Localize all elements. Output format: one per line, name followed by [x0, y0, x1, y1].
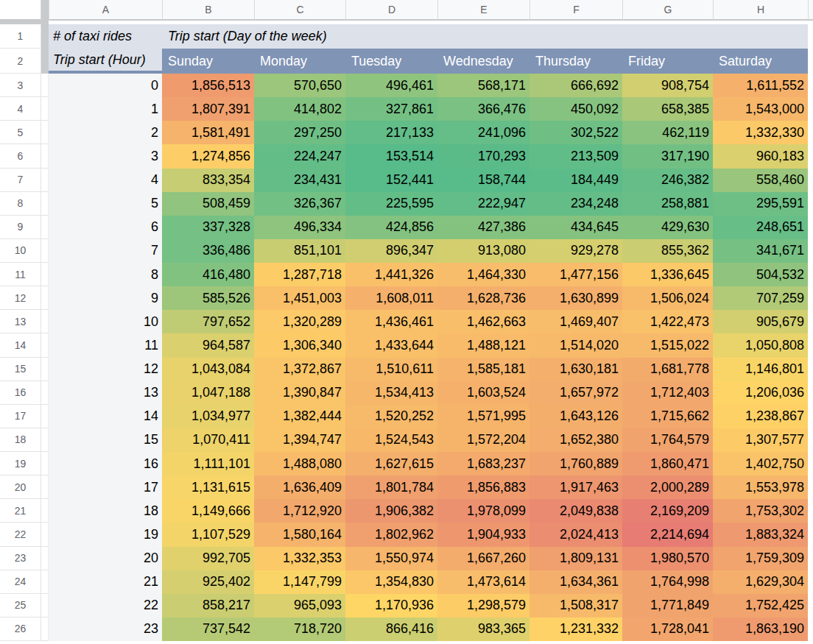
column-letter-d[interactable]: D — [345, 0, 437, 21]
hour-cell[interactable]: 19 — [49, 523, 162, 546]
grid-cell[interactable]: 234,431 — [254, 169, 345, 192]
grid-cell[interactable]: 658,385 — [622, 97, 713, 121]
grid-cell[interactable]: 1,681,778 — [622, 358, 713, 381]
row-number[interactable]: 5 — [0, 121, 41, 144]
grid-cell[interactable]: 1,306,340 — [254, 333, 345, 357]
hour-cell[interactable]: 17 — [49, 475, 162, 499]
hour-cell[interactable]: 23 — [49, 618, 162, 641]
grid-cell[interactable]: 851,101 — [254, 239, 345, 263]
grid-cell[interactable]: 1,462,663 — [437, 310, 529, 333]
row-number[interactable]: 15 — [0, 358, 41, 381]
grid-cell[interactable]: 366,476 — [437, 97, 529, 121]
grid-cell[interactable]: 1,111,101 — [162, 452, 254, 475]
grid-cell[interactable]: 964,587 — [162, 333, 254, 357]
grid-cell[interactable]: 2,214,694 — [622, 523, 713, 546]
grid-cell[interactable]: 1,572,204 — [437, 428, 529, 452]
grid-cell[interactable]: 217,133 — [345, 121, 437, 144]
grid-cell[interactable]: 833,354 — [162, 169, 254, 192]
grid-cell[interactable]: 1,715,662 — [622, 405, 713, 428]
grid-cell[interactable]: 1,636,409 — [254, 475, 345, 499]
row-number[interactable]: 23 — [0, 547, 41, 570]
grid-cell[interactable]: 1,856,513 — [162, 74, 254, 97]
grid-cell[interactable]: 462,119 — [622, 121, 713, 144]
column-letter-a[interactable]: A — [49, 0, 162, 21]
grid-cell[interactable]: 1,520,252 — [345, 405, 437, 428]
grid-cell[interactable]: 414,802 — [254, 97, 345, 121]
hour-cell[interactable]: 18 — [49, 499, 162, 523]
grid-cell[interactable]: 317,190 — [622, 144, 713, 168]
row-number[interactable]: 12 — [0, 286, 41, 310]
grid-cell[interactable]: 1,390,847 — [254, 381, 345, 405]
hour-cell[interactable]: 16 — [49, 452, 162, 475]
grid-cell[interactable]: 1,863,190 — [713, 618, 808, 641]
grid-cell[interactable]: 913,080 — [437, 239, 529, 263]
row-number[interactable]: 4 — [0, 97, 41, 121]
grid-cell[interactable]: 1,683,237 — [437, 452, 529, 475]
grid-cell[interactable]: 152,441 — [345, 169, 437, 192]
grid-cell[interactable]: 1,488,121 — [437, 333, 529, 357]
row-number[interactable]: 2 — [0, 49, 41, 74]
hour-cell[interactable]: 3 — [49, 144, 162, 168]
grid-cell[interactable]: 992,705 — [162, 547, 254, 570]
grid-cell[interactable]: 1,611,552 — [713, 74, 808, 97]
day-header-cell[interactable]: Thursday — [529, 49, 622, 74]
hour-cell[interactable]: 20 — [49, 547, 162, 570]
grid-cell[interactable]: 1,585,181 — [437, 358, 529, 381]
grid-cell[interactable]: 1,764,998 — [622, 570, 713, 594]
grid-cell[interactable]: 896,347 — [345, 239, 437, 263]
hour-cell[interactable]: 11 — [49, 333, 162, 357]
hour-cell[interactable]: 6 — [49, 216, 162, 239]
grid-cell[interactable]: 1,206,036 — [713, 381, 808, 405]
grid-cell[interactable]: 1,760,889 — [529, 452, 622, 475]
grid-cell[interactable]: 797,652 — [162, 310, 254, 333]
grid-cell[interactable]: 960,183 — [713, 144, 808, 168]
row-number[interactable]: 20 — [0, 475, 41, 499]
day-header-cell[interactable]: Sunday — [162, 49, 254, 74]
grid-cell[interactable]: 241,096 — [437, 121, 529, 144]
grid-cell[interactable]: 1,146,801 — [713, 358, 808, 381]
grid-cell[interactable]: 1,906,382 — [345, 499, 437, 523]
grid-cell[interactable]: 666,692 — [529, 74, 622, 97]
grid-cell[interactable]: 224,247 — [254, 144, 345, 168]
grid-cell[interactable]: 2,169,209 — [622, 499, 713, 523]
row-number[interactable]: 25 — [0, 594, 41, 618]
grid-cell[interactable]: 504,532 — [713, 263, 808, 286]
row-number[interactable]: 17 — [0, 405, 41, 428]
hour-cell[interactable]: 1 — [49, 97, 162, 121]
grid-cell[interactable]: 1,712,920 — [254, 499, 345, 523]
hour-cell[interactable]: 10 — [49, 310, 162, 333]
grid-cell[interactable]: 1,634,361 — [529, 570, 622, 594]
grid-cell[interactable]: 424,856 — [345, 216, 437, 239]
grid-cell[interactable]: 1,980,570 — [622, 547, 713, 570]
row-number[interactable]: 16 — [0, 381, 41, 405]
grid-cell[interactable]: 1,147,799 — [254, 570, 345, 594]
grid-cell[interactable]: 326,367 — [254, 192, 345, 216]
grid-cell[interactable]: 866,416 — [345, 618, 437, 641]
grid-cell[interactable]: 858,217 — [162, 594, 254, 618]
cell-a1-title[interactable]: # of taxi rides — [49, 24, 162, 49]
grid-cell[interactable]: 1,581,491 — [162, 121, 254, 144]
grid-cell[interactable]: 508,459 — [162, 192, 254, 216]
grid-cell[interactable]: 1,753,302 — [713, 499, 808, 523]
row-number[interactable]: 19 — [0, 452, 41, 475]
grid-cell[interactable]: 1,170,936 — [345, 594, 437, 618]
grid-cell[interactable]: 1,422,473 — [622, 310, 713, 333]
grid-cell[interactable]: 496,334 — [254, 216, 345, 239]
grid-cell[interactable]: 1,441,326 — [345, 263, 437, 286]
grid-cell[interactable]: 1,657,972 — [529, 381, 622, 405]
grid-cell[interactable]: 496,461 — [345, 74, 437, 97]
grid-cell[interactable]: 1,382,444 — [254, 405, 345, 428]
hour-cell[interactable]: 12 — [49, 358, 162, 381]
grid-cell[interactable]: 248,651 — [713, 216, 808, 239]
row-number[interactable]: 1 — [0, 24, 41, 49]
grid-cell[interactable]: 450,092 — [529, 97, 622, 121]
row-number[interactable]: 14 — [0, 333, 41, 357]
column-letter-b[interactable]: B — [162, 0, 254, 21]
grid-cell[interactable]: 1,510,611 — [345, 358, 437, 381]
grid-cell[interactable]: 225,595 — [345, 192, 437, 216]
grid-cell[interactable]: 1,515,022 — [622, 333, 713, 357]
hour-cell[interactable]: 9 — [49, 286, 162, 310]
day-header-cell[interactable]: Saturday — [713, 49, 808, 74]
grid-cell[interactable]: 1,506,024 — [622, 286, 713, 310]
grid-cell[interactable]: 558,460 — [713, 169, 808, 192]
